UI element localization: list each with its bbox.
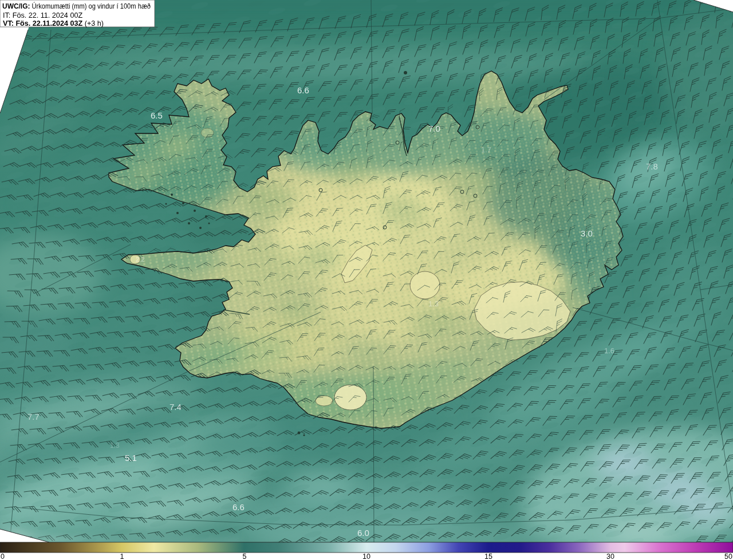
svg-text:2.2: 2.2	[136, 256, 144, 263]
svg-text:10: 10	[362, 553, 371, 560]
svg-text:7.8: 7.8	[646, 161, 658, 171]
svg-text:15: 15	[484, 553, 492, 560]
svg-text:7.7: 7.7	[27, 412, 40, 421]
svg-text:50: 50	[724, 553, 732, 560]
svg-text:IT: Fös. 22. 11. 2024 00Z: IT: Fös. 22. 11. 2024 00Z	[3, 11, 82, 19]
svg-text:0: 0	[1, 553, 5, 560]
svg-text:7.4: 7.4	[170, 402, 182, 412]
svg-text:1.3: 1.3	[110, 441, 120, 449]
svg-text:UWC/IG: Úrkomumætti (mm) og vi: UWC/IG: Úrkomumætti (mm) og vindur í 100…	[2, 2, 151, 10]
svg-text:6.5: 6.5	[151, 111, 163, 120]
svg-text:1.6: 1.6	[604, 346, 614, 355]
svg-text:7.0: 7.0	[428, 124, 440, 133]
svg-text:3.0: 3.0	[581, 228, 593, 238]
svg-text:5: 5	[243, 553, 247, 560]
svg-text:1.7: 1.7	[481, 145, 491, 154]
svg-text:6.6: 6.6	[232, 502, 245, 512]
svg-text:5.1: 5.1	[125, 453, 137, 463]
svg-text:6.6: 6.6	[297, 85, 309, 95]
svg-text:6.0: 6.0	[357, 528, 369, 538]
svg-text:1: 1	[120, 553, 124, 560]
svg-text:30: 30	[606, 553, 614, 560]
svg-text:VT: Fös. 22.11.2024 03Z (+3 h): VT: Fös. 22.11.2024 03Z (+3 h)	[3, 19, 104, 27]
svg-text:1.3: 1.3	[428, 299, 439, 308]
